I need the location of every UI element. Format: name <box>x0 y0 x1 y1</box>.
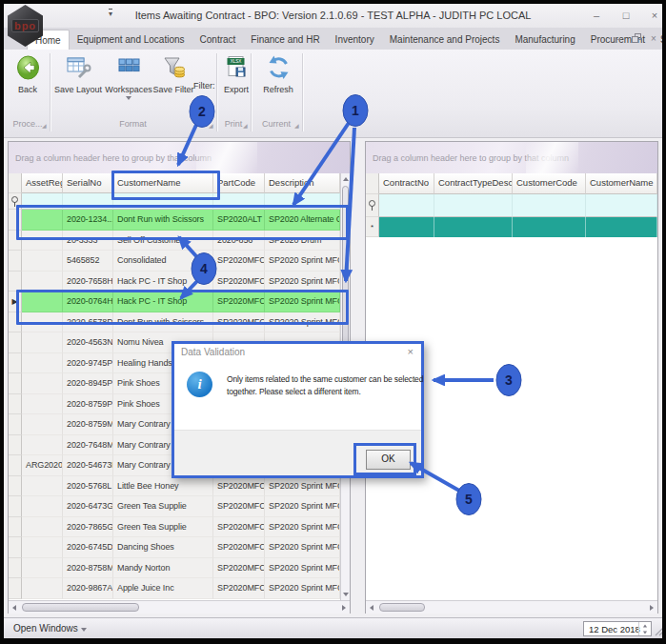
right-grid-new-row[interactable]: * <box>366 217 657 237</box>
grid-cell[interactable]: 2020-7658H <box>63 272 113 292</box>
grid-cell[interactable]: SP2020MFC <box>213 537 265 558</box>
filter-cell[interactable] <box>586 194 657 217</box>
grid-cell[interactable]: 2020-8759P <box>63 394 113 415</box>
grid-cell[interactable]: 2020-5768L <box>63 476 113 497</box>
ribbon-restore-icon[interactable] <box>628 32 643 46</box>
grid-cell[interactable] <box>22 373 63 394</box>
grid-cell[interactable]: SP2020MFC <box>213 578 265 599</box>
column-header-customername[interactable]: CustomerName <box>586 173 657 194</box>
date-spinner[interactable] <box>638 622 650 635</box>
right-group-by-panel[interactable]: Drag a column header here to group by th… <box>366 142 657 174</box>
grid-cell[interactable] <box>22 496 63 517</box>
grid-cell[interactable]: 2020-8759M <box>63 414 113 435</box>
left-group-by-panel[interactable]: Drag a column header here to group by th… <box>9 142 350 174</box>
tab-equipment-and-locations[interactable]: Equipment and Locations <box>70 30 192 50</box>
grid-cell[interactable]: 2020-4563N <box>63 332 113 353</box>
grid-cell[interactable] <box>22 272 63 292</box>
table-row[interactable]: 2020-8758MMandy NortonSP2020MFCSP2020 Sp… <box>9 558 340 579</box>
new-row-cell[interactable] <box>379 217 434 237</box>
grid-cell[interactable]: 5465852 <box>63 251 113 272</box>
grid-cell[interactable] <box>22 578 63 599</box>
grid-cell[interactable]: SP2020 Sprint MFC <box>265 251 340 272</box>
column-header-partcode[interactable]: PartCode <box>213 173 265 193</box>
tab-inventory[interactable]: Inventory <box>328 30 382 50</box>
grid-cell[interactable]: Little Bee Honey <box>113 476 213 497</box>
grid-cell[interactable]: 2020-9867A <box>63 578 113 599</box>
grid-cell[interactable]: Hack PC - IT Shop <box>113 272 213 292</box>
tab-maintenance-and-projects[interactable]: Maintenance and Projects <box>382 30 508 50</box>
grid-cell[interactable]: ARG20204... <box>22 455 63 476</box>
scroll-thumb[interactable] <box>22 603 139 612</box>
table-row[interactable]: 2020-6473GGreen Tea SupplieSP2020MFCSP20… <box>9 496 340 517</box>
left-grid-horizontal-scrollbar[interactable] <box>9 600 350 614</box>
grid-cell[interactable] <box>22 394 63 415</box>
table-row[interactable]: 5465852ConsolidatedSP2020MFCSP2020 Sprin… <box>9 251 340 272</box>
column-header-serialno[interactable]: SerialNo <box>63 173 113 193</box>
quick-access-chevron-icon[interactable]: ▾ <box>109 9 112 18</box>
scroll-thumb[interactable] <box>379 603 425 612</box>
grid-cell[interactable]: 2020-54673M <box>63 455 113 476</box>
grid-cell[interactable] <box>22 332 63 353</box>
grid-cell[interactable] <box>22 537 63 558</box>
grid-cell[interactable]: Dancing Shoes <box>113 537 213 558</box>
grid-cell[interactable]: SP2020 Sprint MFC <box>265 558 340 579</box>
column-header-assetregno[interactable]: AssetRegNo <box>22 173 63 193</box>
grid-cell[interactable]: 2020-7865G <box>63 517 113 538</box>
grid-cell[interactable]: SP2020 Sprint MFC <box>265 272 340 292</box>
grid-cell[interactable] <box>22 251 63 272</box>
column-header-customercode[interactable]: CustomerCode <box>513 173 586 194</box>
grid-cell[interactable]: SP2020MFC <box>213 476 265 497</box>
grid-cell[interactable] <box>22 353 63 374</box>
grid-cell[interactable]: 2020-8945P <box>63 373 113 394</box>
table-row[interactable]: 2020-9867AApple Juice IncSP2020MFCSP2020… <box>9 578 340 599</box>
table-row[interactable]: 2020-7658HHack PC - IT ShopSP2020MFCSP20… <box>9 272 340 292</box>
grid-cell[interactable]: SP2020MFC <box>213 496 265 517</box>
tab-manufacturing[interactable]: Manufacturing <box>507 30 582 50</box>
group-launcher-icon[interactable]: ◢ <box>294 122 299 129</box>
table-row[interactable]: 2020-7865GGreen Tea SupplieSP2020MFCSP20… <box>9 517 340 538</box>
minimize-button[interactable]: – <box>585 8 608 25</box>
export-button[interactable]: XLSX Export <box>220 54 252 94</box>
grid-cell[interactable] <box>22 414 63 435</box>
group-launcher-icon[interactable]: ◢ <box>243 122 248 129</box>
grid-cell[interactable]: Green Tea Supplie <box>113 517 213 538</box>
grid-cell[interactable] <box>22 558 63 579</box>
tab-contract[interactable]: Contract <box>192 30 244 50</box>
filter-cell[interactable] <box>379 194 434 217</box>
grid-cell[interactable]: 2020-8758M <box>63 558 113 579</box>
grid-cell[interactable]: Consolidated <box>113 251 213 272</box>
group-launcher-icon[interactable]: ◢ <box>209 122 213 129</box>
table-row[interactable]: 2020-5768LLittle Bee HoneySP2020MFCSP202… <box>9 476 340 497</box>
grid-cell[interactable]: SP2020MFC <box>213 558 265 579</box>
grid-cell[interactable]: 2020-6745D <box>63 537 113 558</box>
right-grid-horizontal-scrollbar[interactable] <box>366 600 657 614</box>
grid-cell[interactable]: 2020-7648M <box>63 435 113 456</box>
grid-cell[interactable] <box>22 435 63 456</box>
close-button[interactable]: × <box>643 8 662 25</box>
grid-cell[interactable]: SP2020MFC <box>213 251 265 272</box>
new-row-cell[interactable] <box>434 217 513 237</box>
workspaces-button[interactable]: Workspaces <box>103 54 154 100</box>
grid-cell[interactable]: Mandy Norton <box>113 558 213 579</box>
tab-finance-and-hr[interactable]: Finance and HR <box>243 30 327 50</box>
column-header-contracttypedesc[interactable]: ContractTypeDesc <box>434 173 513 194</box>
grid-cell[interactable] <box>22 476 63 497</box>
grid-cell[interactable] <box>22 517 63 538</box>
grid-cell[interactable]: 2020-9745P <box>63 353 113 374</box>
save-filter-button[interactable]: Save Filter <box>151 54 195 94</box>
grid-cell[interactable]: SP2020MFC <box>213 272 265 292</box>
ribbon-minimize-icon[interactable]: – <box>611 32 626 46</box>
grid-cell[interactable]: Green Tea Supplie <box>113 496 213 517</box>
dialog-close-icon[interactable]: × <box>408 346 414 357</box>
open-windows-button[interactable]: Open Windows <box>13 623 87 634</box>
column-header-description[interactable]: Description <box>265 173 340 193</box>
table-row[interactable]: 2020-6745DDancing ShoesSP2020MFCSP2020 S… <box>9 537 340 558</box>
grid-cell[interactable]: SP2020MFC <box>213 517 265 538</box>
grid-cell[interactable]: SP2020 Sprint MFC <box>265 537 340 558</box>
grid-cell[interactable]: SP2020 Sprint MFC <box>265 578 340 599</box>
new-row-cell[interactable] <box>586 217 657 237</box>
group-launcher-icon[interactable]: ◢ <box>42 122 47 129</box>
filter-pin-icon[interactable] <box>366 194 379 217</box>
save-layout-button[interactable]: Save Layout <box>53 54 103 94</box>
new-row-cell[interactable] <box>513 217 586 237</box>
